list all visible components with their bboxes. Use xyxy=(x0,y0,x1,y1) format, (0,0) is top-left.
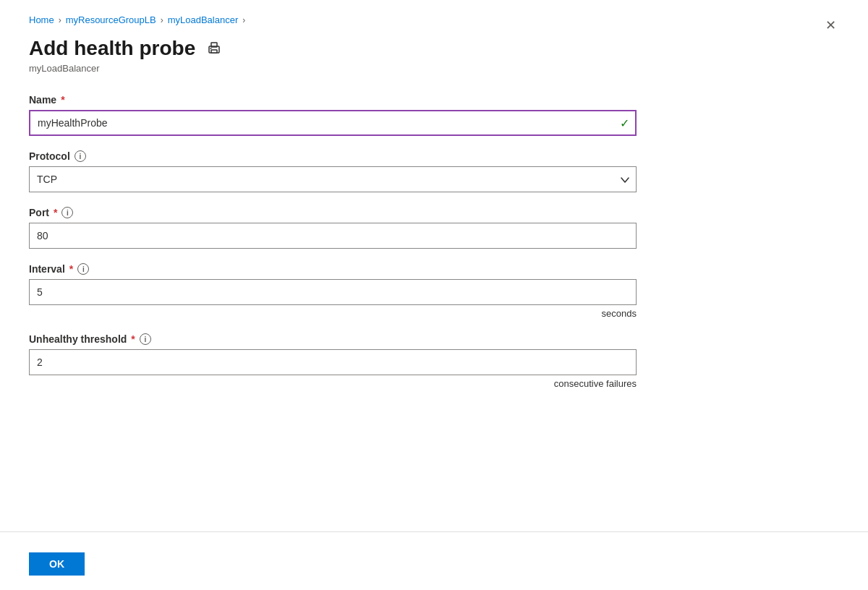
breadcrumb-load-balancer[interactable]: myLoadBalancer xyxy=(168,14,239,25)
port-label: Port * i xyxy=(29,207,839,218)
breadcrumb-sep-3: › xyxy=(242,15,245,25)
unhealthy-threshold-info-icon: i xyxy=(140,333,151,345)
unhealthy-threshold-label: Unhealthy threshold * i xyxy=(29,333,839,345)
port-info-icon: i xyxy=(61,207,73,218)
interval-info-icon: i xyxy=(77,263,89,275)
page-container: Home › myResourceGroupLB › myLoadBalance… xyxy=(0,0,868,590)
footer: OK xyxy=(29,552,85,576)
page-header: Add health probe xyxy=(29,37,839,60)
protocol-select[interactable]: TCP HTTP HTTPS xyxy=(29,166,637,192)
svg-point-3 xyxy=(210,48,212,49)
breadcrumb-sep-2: › xyxy=(161,15,163,25)
name-input[interactable] xyxy=(29,110,637,136)
print-icon xyxy=(207,41,221,56)
name-input-wrapper: ✓ xyxy=(29,110,637,136)
unhealthy-threshold-input[interactable] xyxy=(29,349,637,375)
print-button[interactable] xyxy=(204,38,224,59)
interval-label: Interval * i xyxy=(29,263,839,275)
unhealthy-threshold-required-star: * xyxy=(131,333,135,345)
subtitle: myLoadBalancer xyxy=(29,63,839,74)
protocol-label: Protocol i xyxy=(29,150,839,162)
interval-input[interactable] xyxy=(29,279,637,305)
interval-field-group: Interval * i seconds xyxy=(29,263,839,319)
ok-button[interactable]: OK xyxy=(29,552,85,576)
name-label: Name * xyxy=(29,94,839,106)
breadcrumb-sep-1: › xyxy=(59,15,61,25)
svg-rect-2 xyxy=(211,50,217,53)
unhealthy-threshold-suffix: consecutive failures xyxy=(29,378,637,389)
name-required-star: * xyxy=(61,94,64,106)
interval-required-star: * xyxy=(69,263,73,275)
breadcrumb: Home › myResourceGroupLB › myLoadBalance… xyxy=(29,14,839,25)
port-required-star: * xyxy=(54,207,57,218)
protocol-field-group: Protocol i TCP HTTP HTTPS xyxy=(29,150,839,192)
port-field-group: Port * i xyxy=(29,207,839,249)
unhealthy-threshold-field-group: Unhealthy threshold * i consecutive fail… xyxy=(29,333,839,389)
protocol-info-icon: i xyxy=(75,150,86,162)
breadcrumb-home[interactable]: Home xyxy=(29,14,54,25)
interval-suffix: seconds xyxy=(29,308,637,319)
breadcrumb-resource-group[interactable]: myResourceGroupLB xyxy=(66,14,156,25)
page-title: Add health probe xyxy=(29,37,195,60)
bottom-divider xyxy=(0,531,868,532)
close-button[interactable]: ✕ xyxy=(822,14,839,36)
port-input[interactable] xyxy=(29,223,637,249)
name-check-icon: ✓ xyxy=(620,116,629,130)
protocol-select-wrapper: TCP HTTP HTTPS xyxy=(29,166,637,192)
name-field-group: Name * ✓ xyxy=(29,94,839,136)
